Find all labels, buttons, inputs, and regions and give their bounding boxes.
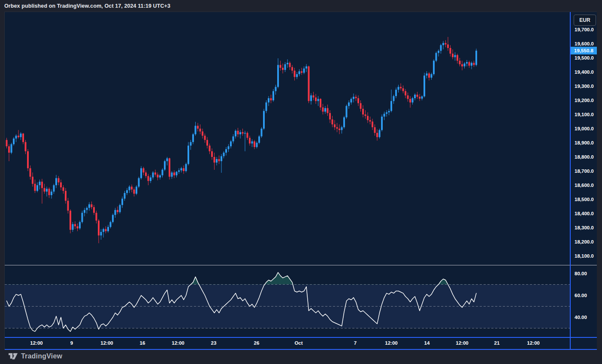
candle-body [140, 168, 142, 178]
price-axis-label: 18,300.0 [575, 225, 594, 230]
candle-body [258, 136, 260, 143]
candle-body [18, 136, 19, 137]
candle-body [27, 151, 29, 168]
candle-body [237, 131, 239, 134]
time-axis-label: 12:00 [456, 340, 468, 346]
candle-body [431, 74, 433, 78]
candle-body [112, 215, 114, 222]
candle-body [176, 172, 178, 175]
candle-body [284, 64, 286, 70]
candle-body [152, 172, 154, 177]
candle-body [166, 158, 168, 161]
candle-body [445, 43, 447, 44]
candle-body [67, 201, 69, 211]
time-axis[interactable]: 12:00912:001612:002326Oct712:001412:0021… [5, 337, 597, 350]
candle-body [272, 91, 274, 100]
candle-body [322, 108, 324, 112]
candle-body [376, 133, 378, 137]
candle-body [84, 210, 85, 213]
candle-body [374, 127, 376, 133]
candle-body [239, 132, 241, 134]
candle-body [433, 61, 435, 74]
candle-body [308, 66, 310, 101]
candle-body [41, 182, 43, 188]
rsi-axis-label: 60.00 [575, 293, 587, 298]
candle-body [8, 146, 10, 153]
candle-body [55, 178, 57, 186]
candle-body [327, 108, 329, 113]
candle-body [88, 205, 90, 208]
candle-body [93, 207, 95, 213]
footer-bar: TradingView [0, 349, 602, 364]
candle-body [426, 73, 428, 75]
candle-body [39, 182, 41, 185]
candle-body [171, 172, 173, 177]
candle-body [251, 141, 253, 144]
candle-body [72, 224, 74, 230]
candle-body [324, 108, 326, 111]
candle-body [96, 213, 97, 220]
time-axis-label: 16 [140, 340, 145, 346]
price-axis-label: 18,100.0 [575, 253, 594, 259]
candle-body [367, 116, 369, 120]
candle-body [58, 178, 60, 183]
price-axis-label: 19,400.0 [575, 69, 594, 75]
candle-body [266, 102, 267, 111]
candle-body [393, 96, 395, 101]
price-axis-label: 19,600.0 [575, 41, 594, 46]
candle-body [464, 63, 466, 66]
price-axis-label: 19,500.0 [575, 55, 594, 60]
publish-attribution-text: Orbex published on TradingView.com, Oct … [4, 3, 170, 9]
candle-body [100, 232, 102, 235]
candle-body [129, 187, 130, 190]
candle-body [473, 63, 475, 65]
last-price-label: 19,550.8 [571, 47, 597, 54]
candle-body [110, 222, 112, 227]
candle-body [450, 48, 451, 54]
time-axis-label: 12:00 [100, 340, 113, 346]
candle-body [91, 205, 93, 208]
candle-body [402, 88, 404, 91]
candle-body [44, 188, 45, 192]
candle-body [173, 172, 175, 175]
rsi-axis-label: 80.00 [575, 271, 587, 276]
candle-body [117, 210, 118, 212]
time-axis-label: 26 [254, 340, 260, 346]
rsi-indicator-pane[interactable] [5, 265, 570, 337]
price-axis[interactable]: EUR 19,550.8 19,700.019,600.019,500.019,… [571, 12, 597, 350]
candle-body [332, 120, 333, 125]
candle-body [365, 114, 366, 116]
candle-body [138, 178, 140, 187]
candle-body [291, 67, 293, 70]
candle-body [287, 63, 288, 64]
candle-body [192, 134, 194, 142]
candle-body [360, 103, 362, 109]
price-axis-label: 19,200.0 [575, 98, 594, 103]
candle-body [105, 229, 107, 231]
candle-body [235, 131, 236, 136]
candle-body [369, 120, 371, 121]
candle-body [136, 187, 137, 194]
candle-body [452, 54, 454, 57]
candle-body [459, 61, 461, 64]
candle-body [475, 51, 477, 65]
candle-body [98, 221, 100, 236]
candle-body [438, 51, 439, 53]
candle-body [454, 55, 456, 57]
candlestick-chart[interactable] [5, 12, 570, 265]
candle-body [63, 187, 64, 191]
price-axis-label: 18,800.0 [575, 154, 594, 159]
currency-toggle-button[interactable]: EUR [574, 15, 596, 26]
candle-body [200, 129, 201, 132]
time-axis-label: 7 [354, 340, 357, 346]
candle-body [181, 168, 182, 170]
candle-body [223, 153, 225, 156]
candle-body [48, 189, 50, 195]
candle-body [131, 187, 133, 190]
candle-body [178, 170, 180, 171]
price-axis-label: 19,100.0 [575, 112, 594, 117]
tradingview-brand-link[interactable]: TradingView [9, 352, 62, 361]
candle-body [103, 229, 104, 232]
price-axis-label: 19,000.0 [575, 126, 594, 131]
candle-body [346, 106, 348, 117]
